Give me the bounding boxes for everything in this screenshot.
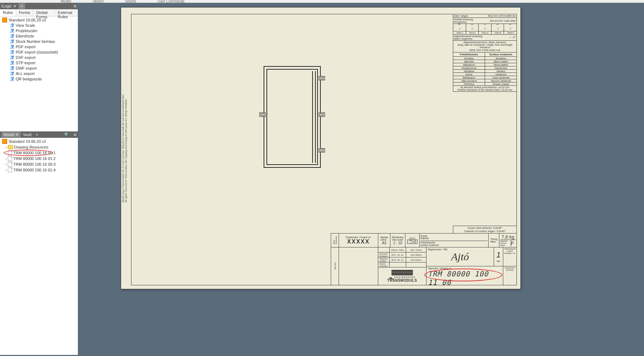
rule-label: STP export xyxy=(16,61,35,65)
rule-node[interactable]: ℛPDF export xyxy=(0,44,78,49)
model-tree: Standard 19.06.20 v2 › Drawing Resources… xyxy=(0,138,78,355)
drawing-resources-label: Drawing Resources xyxy=(14,145,48,149)
rule-node[interactable]: ℛDXF export xyxy=(0,55,78,60)
rule-icon: ℛ xyxy=(9,60,14,65)
sheet-icon xyxy=(8,156,12,161)
expand-icon[interactable]: › xyxy=(4,156,8,161)
door-view xyxy=(264,66,321,168)
hinge-icon xyxy=(319,148,325,152)
expand-icon[interactable]: › xyxy=(4,145,8,149)
ilogic-panel-header: iLogic ✕ + ≡ xyxy=(0,3,78,9)
tab-global-forms[interactable]: Global Forms xyxy=(33,9,55,16)
rule-node[interactable]: ℛALL export xyxy=(0,71,78,76)
view-scale: 1 : 10 xyxy=(393,241,402,245)
ajto-rot-label: Ajtó am xyxy=(334,262,336,270)
rule-icon: ℛ xyxy=(9,66,14,71)
rule-node[interactable]: ℛDWF export xyxy=(0,65,78,71)
rule-label: Projektszám xyxy=(16,29,38,33)
rule-node[interactable]: ℛEllenőrizte xyxy=(0,33,78,39)
rule-icon: ℛ xyxy=(9,55,14,60)
rules-tree: Standard 19.06.20 v2 ℛView ScaleℛProjekt… xyxy=(0,16,78,131)
panel-menu-icon[interactable]: ≡ xyxy=(74,3,76,9)
mass-value: 7,6 kg xyxy=(501,234,514,240)
treatment-row: EdzveHardened xyxy=(453,73,516,76)
rule-label: Stock Number beírása xyxy=(16,39,55,44)
sheet-node[interactable]: ›TRM 80000 100 16 00:3 xyxy=(0,161,78,167)
drawing-resources-node[interactable]: › Drawing Resources xyxy=(0,144,78,150)
rule-node[interactable]: ℛQR beágyazás xyxy=(0,76,78,81)
rule-node[interactable]: ℛPDF export (összesített) xyxy=(0,49,78,55)
tab-forms[interactable]: Forms xyxy=(16,9,33,16)
rule-label: ALL export xyxy=(16,71,35,76)
add-tab-button[interactable]: + xyxy=(34,132,40,137)
ilogic-tabs: Rules Forms Global Forms External Rules xyxy=(0,9,78,16)
drawing-title: Ajtó xyxy=(451,251,469,263)
projection-symbol-icon xyxy=(407,240,418,244)
rule-label: DWF export xyxy=(16,66,37,70)
rule-icon: ℛ xyxy=(9,28,14,33)
add-tab-button[interactable]: + xyxy=(19,3,25,9)
sheet-label: TRM 80000 100 16 00:1 xyxy=(13,151,56,155)
treatment-row: VákuumedzveVacuum hardened xyxy=(453,79,516,82)
logo-icon xyxy=(391,270,413,275)
drawing-rot-label: Rajz Drawing xyxy=(333,236,337,244)
names-grid: Dátum / DateNév / Name Tervezte Designer… xyxy=(378,247,426,285)
rule-icon: ℛ xyxy=(9,44,14,49)
sheet-node[interactable]: ›TRM 80000 100 16 01:4 xyxy=(0,167,78,173)
rule-label: Ellenőrizte xyxy=(16,34,34,38)
rule-label: QR beágyazás xyxy=(16,77,42,81)
rule-label: DXF export xyxy=(16,55,36,60)
rule-icon: ℛ xyxy=(9,39,14,44)
sheet-label: TRM 80000 100 16 01:4 xyxy=(13,168,56,172)
treatment-row: PorfestvePowder coated xyxy=(453,82,516,86)
rule-label: View Scale xyxy=(16,23,35,27)
model-root[interactable]: Standard 19.06.20 v2 xyxy=(0,139,78,144)
sheet-node[interactable]: ›TRM 80000 100 16 00:1 xyxy=(0,150,78,156)
rule-node[interactable]: ℛView Scale xyxy=(0,22,78,28)
tree-root-label: Standard 19.06.20 v2 xyxy=(9,18,46,22)
search-icon[interactable]: 🔍 xyxy=(64,132,69,137)
treatment-row: BetétedzveCase hardened xyxy=(453,76,516,79)
sheet-node[interactable]: ›TRM 80000 100 16 01:2 xyxy=(0,156,78,161)
hinge-icon xyxy=(259,112,266,117)
rule-label: PDF export (összesített) xyxy=(16,50,58,54)
standards-block: Élek / Edges:MSZ EN 13715:2006+A1 Felüle… xyxy=(453,14,516,92)
model-root-label: Standard 19.06.20 v2 xyxy=(9,139,46,144)
sheet-label: TRM 80000 100 16 00:3 xyxy=(13,162,56,166)
sheet-size: A3 xyxy=(382,241,386,245)
sheet-icon xyxy=(8,150,12,155)
contour-note: Kontúr élek letörése: 0,5x45° Chamfer of… xyxy=(453,226,516,233)
title-block: Rajz Drawing Projektszám / Project no.XX… xyxy=(331,233,516,285)
expand-icon[interactable]: › xyxy=(4,168,8,172)
close-icon[interactable]: ✕ xyxy=(13,4,16,9)
model-panel-header: Model ✕ Vault + 🔍 ≡ xyxy=(0,131,78,138)
rule-node[interactable]: ℛProjektszám xyxy=(0,28,78,33)
panel-menu-icon[interactable]: ≡ xyxy=(74,132,76,137)
treatment-row: EloxálvaAnodized xyxy=(453,57,516,60)
sheet-icon xyxy=(8,162,12,167)
rule-icon: ℛ xyxy=(9,23,14,28)
ilogic-title: iLogic xyxy=(1,4,12,8)
rule-node[interactable]: ℛSTP export xyxy=(0,60,78,65)
canvas-area[interactable]: Minden jog a Transmoduls Kft.-é! A terv … xyxy=(78,3,644,356)
rule-node[interactable]: ℛStock Number beírása xyxy=(0,39,78,44)
folder-icon xyxy=(8,145,13,149)
tab-vault[interactable]: Vault xyxy=(21,132,34,137)
tab-model[interactable]: Model ✕ xyxy=(1,132,21,137)
rule-icon: ℛ xyxy=(9,76,14,81)
tab-external-rules[interactable]: External Rules xyxy=(55,9,78,16)
rule-icon: ℛ xyxy=(9,71,14,76)
rule-label: PDF export xyxy=(16,45,36,49)
rule-icon: ℛ xyxy=(9,50,14,55)
copyright-note: Minden jog a Transmoduls Kft.-é! A terv … xyxy=(122,94,128,203)
rule-icon: ℛ xyxy=(9,34,14,39)
tab-rules[interactable]: Rules xyxy=(0,9,16,16)
project-number: XXXXX xyxy=(347,239,370,245)
expand-icon[interactable]: › xyxy=(4,151,8,155)
top-menu-bar: Modify Sketch Sheets User Commands xyxy=(0,0,644,3)
expand-icon[interactable]: › xyxy=(4,162,8,166)
treatment-row: BarnítvaBlack oxided xyxy=(453,60,516,63)
drawing-frame: Élek / Edges:MSZ EN 13715:2006+A1 Felüle… xyxy=(131,14,517,285)
drawing-sheet[interactable]: Minden jog a Transmoduls Kft.-é! A terv … xyxy=(121,7,521,289)
assembly-icon xyxy=(2,139,7,144)
